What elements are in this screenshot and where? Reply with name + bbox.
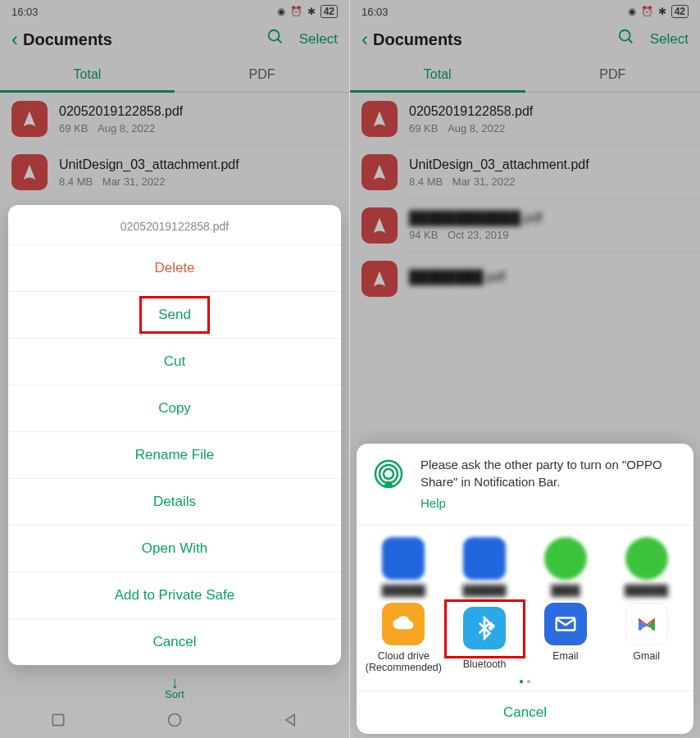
menu-open-with[interactable]: Open With bbox=[8, 526, 341, 572]
pager-dots: ● ● bbox=[357, 675, 693, 690]
file-meta: 8.4 MB Mar 31, 2022 bbox=[409, 175, 589, 188]
file-row[interactable]: 02052019122858.pdf 69 KB Aug 8, 2022 bbox=[0, 93, 349, 145]
sort-arrow-icon: ↓ bbox=[0, 676, 349, 688]
tab-pdf[interactable]: PDF bbox=[175, 57, 349, 93]
phone-right: 16:03 ◉ ⏰ ✱ 42 ‹ Documents Select Total … bbox=[350, 0, 700, 738]
share-app-cloud[interactable]: Cloud drive (Recommended) bbox=[363, 599, 444, 673]
share-app-grid: ██████ ██████ ████ ██████ Cloud drive (R… bbox=[357, 529, 693, 675]
share-app-blurred[interactable]: ██████ bbox=[606, 534, 687, 596]
menu-details[interactable]: Details bbox=[8, 479, 341, 526]
tab-total[interactable]: Total bbox=[0, 57, 175, 93]
cloud-icon bbox=[382, 603, 425, 645]
file-name: 02052019122858.pdf bbox=[59, 104, 183, 119]
page-title: Documents bbox=[23, 30, 266, 49]
battery-indicator: 42 bbox=[320, 5, 338, 18]
highlight-send: Send bbox=[139, 296, 210, 334]
gmail-icon bbox=[625, 603, 668, 645]
status-bar: 16:03 ◉ ⏰ ✱ 42 bbox=[350, 0, 700, 20]
share-app-blurred[interactable]: ██████ bbox=[444, 534, 525, 596]
search-icon[interactable] bbox=[266, 28, 284, 51]
sort-control[interactable]: ↓ Sort bbox=[0, 676, 349, 700]
menu-private-safe[interactable]: Add to Private Safe bbox=[8, 572, 341, 619]
file-list: 02052019122858.pdf 69 KB Aug 8, 2022 Uni… bbox=[350, 93, 700, 305]
file-name-redacted: ████████.pdf bbox=[409, 270, 505, 285]
battery-indicator: 42 bbox=[671, 5, 689, 18]
tab-pdf[interactable]: PDF bbox=[525, 57, 701, 93]
email-icon bbox=[544, 603, 587, 645]
share-app-blurred[interactable]: ████ bbox=[525, 534, 607, 596]
svg-point-7 bbox=[380, 465, 398, 483]
nav-home-icon[interactable] bbox=[166, 712, 183, 728]
highlight-bluetooth bbox=[444, 599, 525, 658]
status-time: 16:03 bbox=[11, 6, 39, 18]
file-list: 02052019122858.pdf 69 KB Aug 8, 2022 Uni… bbox=[0, 93, 349, 198]
context-menu-modal: 02052019122858.pdf Delete Send Cut Copy … bbox=[8, 205, 341, 665]
file-row[interactable]: UnitDesign_03_attachment.pdf 8.4 MB Mar … bbox=[0, 146, 349, 198]
bluetooth-icon bbox=[463, 607, 506, 649]
search-icon[interactable] bbox=[617, 28, 635, 51]
face-icon: ◉ bbox=[628, 6, 636, 17]
file-meta: 8.4 MB Mar 31, 2022 bbox=[59, 175, 239, 188]
pdf-icon bbox=[11, 101, 48, 137]
share-help-link[interactable]: Help bbox=[420, 495, 680, 512]
status-icons: ◉ ⏰ ✱ 42 bbox=[277, 5, 338, 18]
pdf-icon bbox=[361, 261, 398, 297]
menu-send[interactable]: Send bbox=[8, 292, 341, 339]
menu-cut[interactable]: Cut bbox=[8, 339, 341, 385]
status-time: 16:03 bbox=[361, 6, 389, 18]
android-navbar bbox=[0, 702, 349, 738]
select-link[interactable]: Select bbox=[299, 31, 338, 48]
pdf-icon bbox=[11, 154, 48, 190]
file-meta: 69 KB Aug 8, 2022 bbox=[59, 122, 183, 134]
nav-recent-icon[interactable] bbox=[50, 712, 66, 728]
file-row[interactable]: 02052019122858.pdf 69 KB Aug 8, 2022 bbox=[350, 93, 700, 145]
svg-point-6 bbox=[384, 469, 393, 479]
share-app-gmail[interactable]: Gmail bbox=[606, 599, 687, 673]
back-icon[interactable]: ‹ bbox=[361, 28, 368, 51]
tabs: Total PDF bbox=[0, 57, 349, 93]
status-icons: ◉ ⏰ ✱ 42 bbox=[628, 5, 689, 18]
share-app-email[interactable]: Email bbox=[525, 599, 607, 673]
back-icon[interactable]: ‹ bbox=[11, 28, 18, 51]
file-row[interactable]: ████████.pdf bbox=[350, 253, 700, 305]
file-name-redacted: ████████████.pdf bbox=[409, 211, 543, 226]
svg-point-3 bbox=[169, 714, 181, 727]
svg-line-5 bbox=[629, 39, 633, 43]
share-app-blurred[interactable]: ██████ bbox=[363, 534, 444, 596]
svg-point-4 bbox=[620, 30, 630, 41]
app-header: ‹ Documents Select bbox=[0, 20, 349, 57]
face-icon: ◉ bbox=[277, 6, 285, 17]
app-header: ‹ Documents Select bbox=[350, 20, 700, 57]
share-prompt: Please ask the other party to turn on "O… bbox=[420, 457, 680, 512]
pdf-icon bbox=[361, 207, 398, 244]
tab-total[interactable]: Total bbox=[350, 57, 525, 93]
menu-rename[interactable]: Rename File bbox=[8, 432, 341, 479]
bluetooth-status-icon: ✱ bbox=[307, 6, 316, 17]
bluetooth-status-icon: ✱ bbox=[658, 6, 666, 17]
svg-rect-2 bbox=[52, 714, 63, 725]
status-bar: 16:03 ◉ ⏰ ✱ 42 bbox=[0, 0, 349, 20]
file-row[interactable]: UnitDesign_03_attachment.pdf 8.4 MB Mar … bbox=[350, 146, 700, 198]
file-name: 02052019122858.pdf bbox=[409, 104, 533, 119]
file-name: UnitDesign_03_attachment.pdf bbox=[59, 157, 239, 172]
share-sheet-modal: Please ask the other party to turn on "O… bbox=[357, 444, 693, 734]
menu-filename: 02052019122858.pdf bbox=[8, 205, 341, 245]
svg-point-11 bbox=[489, 627, 492, 630]
svg-line-1 bbox=[278, 39, 282, 43]
share-app-bluetooth[interactable]: Bluetooth bbox=[444, 599, 525, 673]
file-row[interactable]: ████████████.pdf 94 KB Oct 23, 2019 bbox=[350, 199, 700, 252]
file-meta: 69 KB Aug 8, 2022 bbox=[409, 122, 533, 134]
pdf-icon bbox=[361, 101, 398, 137]
menu-delete[interactable]: Delete bbox=[8, 245, 341, 292]
page-title: Documents bbox=[373, 30, 617, 49]
select-link[interactable]: Select bbox=[650, 31, 689, 48]
file-name: UnitDesign_03_attachment.pdf bbox=[409, 157, 589, 172]
oppo-share-icon bbox=[370, 457, 407, 494]
menu-copy[interactable]: Copy bbox=[8, 385, 341, 432]
nav-back-icon[interactable] bbox=[283, 712, 299, 728]
alarm-icon: ⏰ bbox=[641, 6, 653, 17]
share-cancel-button[interactable]: Cancel bbox=[357, 690, 693, 734]
file-meta: 94 KB Oct 23, 2019 bbox=[409, 229, 543, 241]
svg-point-0 bbox=[269, 30, 280, 41]
menu-cancel[interactable]: Cancel bbox=[8, 619, 341, 665]
